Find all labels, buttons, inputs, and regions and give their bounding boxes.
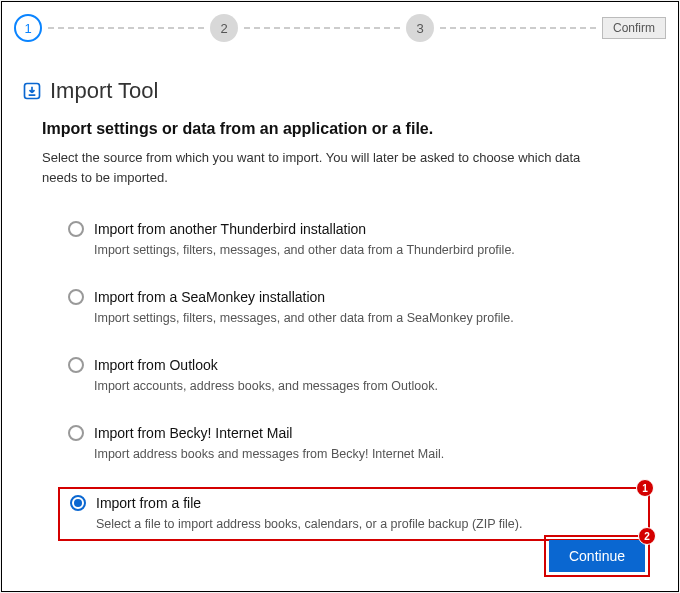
option-label: Import from Becky! Internet Mail <box>94 425 292 441</box>
continue-highlight: 2 Continue <box>544 535 650 577</box>
option-label: Import from a file <box>96 495 201 511</box>
radio-button[interactable] <box>70 495 86 511</box>
step-divider <box>48 27 204 29</box>
footer: 2 Continue <box>544 535 650 577</box>
option-description: Select a file to import address books, c… <box>96 517 638 531</box>
option-label: Import from a SeaMonkey installation <box>94 289 325 305</box>
radio-button[interactable] <box>68 357 84 373</box>
option-becky[interactable]: Import from Becky! Internet Mail Import … <box>62 419 650 469</box>
sub-heading: Import settings or data from an applicat… <box>42 120 650 138</box>
page-title: Import Tool <box>50 78 158 104</box>
step-confirm[interactable]: Confirm <box>602 17 666 39</box>
option-label: Import from another Thunderbird installa… <box>94 221 366 237</box>
content-area: Import Tool Import settings or data from… <box>2 42 678 569</box>
radio-button[interactable] <box>68 425 84 441</box>
option-description: Import settings, filters, messages, and … <box>94 311 640 325</box>
option-thunderbird[interactable]: Import from another Thunderbird installa… <box>62 215 650 265</box>
page-description: Select the source from which you want to… <box>42 148 602 187</box>
step-3[interactable]: 3 <box>406 14 434 42</box>
options-group: Import from another Thunderbird installa… <box>62 215 650 541</box>
callout-badge-1: 1 <box>636 479 654 497</box>
radio-button[interactable] <box>68 289 84 305</box>
stepper: 1 2 3 Confirm <box>2 2 678 42</box>
continue-button[interactable]: Continue <box>549 540 645 572</box>
callout-badge-2: 2 <box>638 527 656 545</box>
radio-button[interactable] <box>68 221 84 237</box>
step-divider <box>440 27 596 29</box>
title-row: Import Tool <box>22 78 650 104</box>
option-description: Import address books and messages from B… <box>94 447 640 461</box>
option-file[interactable]: 1 Import from a file Select a file to im… <box>58 487 650 541</box>
step-divider <box>244 27 400 29</box>
step-2[interactable]: 2 <box>210 14 238 42</box>
option-outlook[interactable]: Import from Outlook Import accounts, add… <box>62 351 650 401</box>
import-icon <box>22 81 42 101</box>
option-seamonkey[interactable]: Import from a SeaMonkey installation Imp… <box>62 283 650 333</box>
option-label: Import from Outlook <box>94 357 218 373</box>
import-tool-window: 1 2 3 Confirm Import Tool Import setting… <box>1 1 679 592</box>
step-1[interactable]: 1 <box>14 14 42 42</box>
option-description: Import accounts, address books, and mess… <box>94 379 640 393</box>
option-description: Import settings, filters, messages, and … <box>94 243 640 257</box>
